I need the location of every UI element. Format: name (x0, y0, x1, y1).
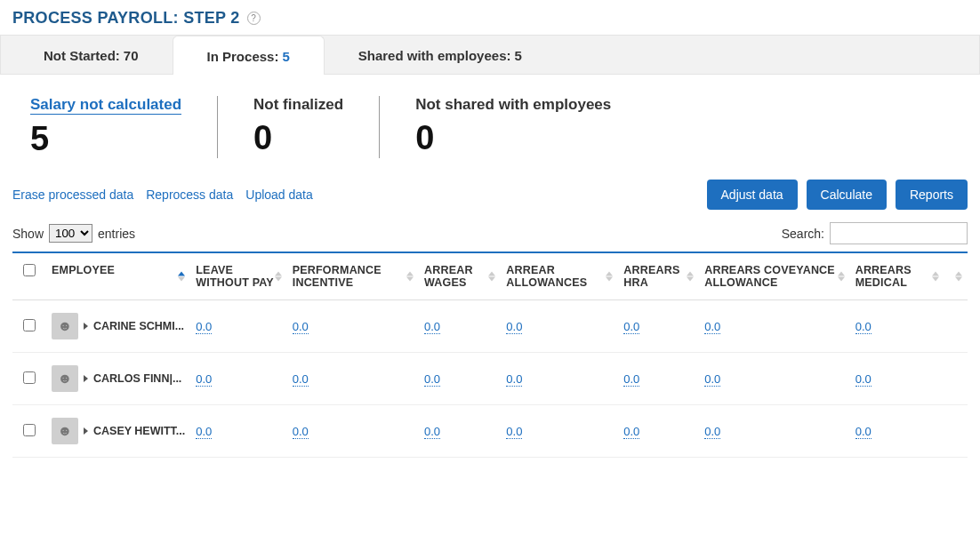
col-arrears-medical[interactable]: ARREARS MEDICAL (850, 252, 944, 300)
reprocess-link[interactable]: Reprocess data (146, 188, 233, 202)
cell-value[interactable]: 0.0 (855, 425, 872, 439)
stat-cards: Salary not calculated 5 Not finalized 0 … (0, 75, 980, 174)
entries-select[interactable]: 100 (49, 224, 92, 243)
stat-label: Not finalized (253, 96, 343, 114)
expand-icon[interactable] (84, 323, 88, 330)
cell-value[interactable]: 0.0 (855, 372, 872, 387)
button-actions: Adjust data Calculate Reports (707, 180, 968, 210)
sort-icon (955, 272, 962, 282)
help-icon[interactable]: ? (247, 12, 261, 25)
cell-value[interactable]: 0.0 (424, 425, 440, 439)
cell-value[interactable]: 0.0 (196, 425, 212, 439)
sort-icon (488, 272, 495, 282)
cell-value[interactable]: 0.0 (293, 425, 309, 439)
cell-value[interactable]: 0.0 (506, 320, 522, 334)
sort-icon (932, 272, 939, 282)
tabs-bar: Not Started: 70 In Process: 5 Shared wit… (0, 35, 980, 75)
stat-value: 0 (415, 119, 611, 157)
tab-in-process[interactable]: In Process: 5 (173, 36, 325, 75)
cell-value[interactable]: 0.0 (855, 320, 872, 334)
tab-not-started[interactable]: Not Started: 70 (10, 36, 173, 74)
tab-shared[interactable]: Shared with employees: 5 (325, 36, 556, 74)
sort-icon (178, 272, 185, 282)
calculate-button[interactable]: Calculate (807, 180, 887, 210)
avatar: ☻ (52, 365, 78, 392)
tab-count: 5 (514, 48, 521, 63)
stat-not-finalized: Not finalized 0 (217, 96, 379, 158)
employee-name: CARINE SCHMI... (93, 320, 184, 332)
col-employee[interactable]: EMPLOYEE (46, 252, 190, 300)
col-arrears-conveyance[interactable]: ARREARS COVEYANCE ALLOWANCE (699, 252, 849, 300)
tab-count: 5 (282, 49, 289, 64)
cell-value[interactable]: 0.0 (704, 425, 720, 439)
employee-name: CASEY HEWITT... (93, 425, 185, 437)
cell-value[interactable]: 0.0 (704, 372, 720, 387)
show-entries: Show 100 entries (12, 224, 135, 243)
stat-salary-not-calculated: Salary not calculated 5 (12, 96, 217, 158)
col-arrear-allowances[interactable]: ARREAR ALLOWANCES (501, 252, 618, 300)
search-box: Search: (782, 222, 968, 244)
stat-value: 0 (253, 119, 343, 157)
expand-icon[interactable] (84, 375, 88, 382)
tab-label: In Process: (207, 49, 279, 64)
cell-value[interactable]: 0.0 (196, 320, 212, 334)
cell-value[interactable]: 0.0 (424, 320, 440, 334)
payroll-table: EMPLOYEE LEAVE WITHOUT PAY PERFORMANCE I… (12, 252, 968, 458)
row-checkbox[interactable] (23, 424, 36, 436)
table-row: ☻CARINE SCHMI...0.00.00.00.00.00.00.0 (12, 300, 968, 353)
col-arrears-hra[interactable]: ARREARS HRA (618, 252, 699, 300)
show-prefix: Show (12, 227, 44, 241)
search-label: Search: (782, 227, 824, 241)
sort-icon (606, 272, 613, 282)
cell-value[interactable]: 0.0 (506, 372, 522, 387)
search-input[interactable] (830, 222, 968, 244)
stat-not-shared: Not shared with employees 0 (379, 96, 647, 158)
link-actions: Erase processed data Reprocess data Uplo… (12, 188, 313, 202)
upload-link[interactable]: Upload data (245, 188, 313, 202)
col-leave-without-pay[interactable]: LEAVE WITHOUT PAY (190, 252, 286, 300)
expand-icon[interactable] (84, 427, 88, 435)
sort-icon (406, 272, 414, 282)
cell-value[interactable]: 0.0 (506, 425, 522, 439)
row-checkbox[interactable] (23, 371, 36, 384)
select-all-checkbox[interactable] (23, 264, 36, 276)
col-performance-incentive[interactable]: PERFORMANCE INCENTIVE (287, 252, 419, 300)
table-row: ☻CASEY HEWITT...0.00.00.00.00.00.00.0 (12, 405, 968, 458)
sort-icon (687, 272, 694, 282)
stat-value: 5 (30, 120, 181, 158)
employee-name: CARLOS FINN|... (93, 372, 181, 385)
cell-value[interactable]: 0.0 (704, 320, 720, 334)
tab-label: Not Started: (44, 48, 120, 63)
avatar: ☻ (52, 313, 78, 339)
tab-count: 70 (124, 48, 139, 63)
cell-value[interactable]: 0.0 (424, 372, 440, 387)
cell-value[interactable]: 0.0 (623, 320, 639, 334)
reports-button[interactable]: Reports (896, 180, 968, 210)
cell-value[interactable]: 0.0 (293, 320, 309, 334)
cell-value[interactable]: 0.0 (293, 372, 309, 387)
cell-value[interactable]: 0.0 (196, 372, 212, 387)
page-title: PROCESS PAYROLL: STEP 2 (12, 9, 240, 28)
avatar: ☻ (52, 418, 78, 444)
show-suffix: entries (98, 227, 135, 241)
row-checkbox[interactable] (23, 319, 36, 331)
erase-link[interactable]: Erase processed data (12, 188, 133, 202)
tab-label: Shared with employees: (358, 48, 511, 63)
col-arrear-wages[interactable]: ARREAR WAGES (419, 252, 501, 300)
col-extra[interactable] (944, 252, 968, 300)
sort-icon (838, 272, 845, 282)
sort-icon (275, 272, 282, 282)
table-row: ☻CARLOS FINN|...0.00.00.00.00.00.00.0 (12, 353, 968, 405)
stat-label: Not shared with employees (415, 96, 611, 114)
adjust-data-button[interactable]: Adjust data (707, 180, 798, 210)
cell-value[interactable]: 0.0 (623, 425, 639, 439)
stat-label[interactable]: Salary not calculated (30, 96, 181, 115)
cell-value[interactable]: 0.0 (623, 372, 639, 387)
